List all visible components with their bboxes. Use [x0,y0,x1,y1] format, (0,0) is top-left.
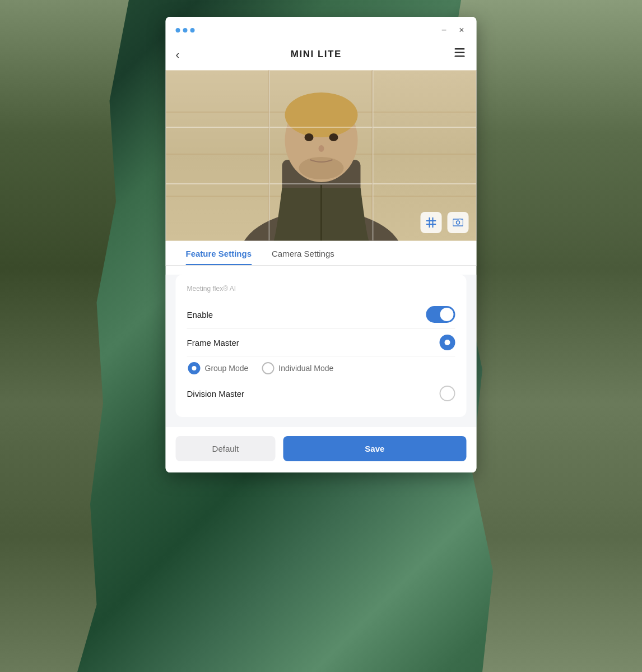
camera-controls [421,212,469,233]
toggle-slider [426,306,455,323]
default-button[interactable]: Default [176,436,276,461]
individual-mode-label: Individual Mode [278,364,333,373]
division-master-label: Division Master [187,389,245,398]
window-title: MINI LITE [291,49,342,60]
group-mode-radio[interactable] [188,362,201,374]
camera-icon [453,219,463,226]
app-window: − × ‹ MINI LITE [166,17,477,472]
grid-cell-6 [373,127,477,184]
group-mode-label: Group Mode [205,364,249,373]
menu-button[interactable] [453,46,467,62]
titlebar-controls: − × [439,25,467,36]
dot-2 [183,28,188,33]
frame-master-label: Frame Master [187,338,239,347]
division-master-toggle[interactable] [440,386,455,401]
settings-panel: Meeting flex® AI Enable Frame Master Gro… [166,275,477,427]
tab-camera-settings[interactable]: Camera Settings [262,241,345,265]
titlebar-dots [176,28,195,33]
grid-cell-8 [269,184,373,241]
nav-bar: ‹ MINI LITE [166,41,477,70]
grid-cell-1 [166,70,269,127]
grid-toggle-button[interactable] [421,212,442,233]
grid-icon [426,217,436,228]
group-mode-option[interactable]: Group Mode [188,362,249,374]
dot-1 [176,28,180,33]
close-button[interactable]: × [457,25,466,36]
grid-cell-4 [166,127,269,184]
svg-rect-1 [455,52,465,54]
grid-cell-5 [269,127,373,184]
individual-mode-option[interactable]: Individual Mode [262,362,333,374]
save-button[interactable]: Save [283,436,466,461]
division-master-row: Division Master [187,380,455,407]
camera-switch-button[interactable] [448,212,469,233]
grid-cell-2 [269,70,373,127]
enable-label: Enable [187,310,213,319]
camera-preview [166,70,477,241]
footer: Default Save [166,427,477,472]
grid-cell-3 [373,70,477,127]
individual-mode-radio[interactable] [262,362,274,374]
grid-cell-7 [166,184,269,241]
back-button[interactable]: ‹ [176,49,180,60]
enable-toggle[interactable] [426,306,455,323]
section-label: Meeting flex® AI [187,285,455,293]
settings-card: Meeting flex® AI Enable Frame Master Gro… [176,275,467,417]
frame-master-row: Frame Master [187,328,455,356]
menu-icon [453,46,467,59]
titlebar: − × [166,17,477,41]
tabs: Feature Settings Camera Settings [166,241,477,266]
mode-group: Group Mode Individual Mode [187,356,455,380]
svg-point-20 [457,221,460,224]
tab-feature-settings[interactable]: Feature Settings [176,241,262,265]
enable-row: Enable [187,300,455,328]
dot-3 [190,28,195,33]
svg-rect-2 [455,55,465,57]
minimize-button[interactable]: − [439,25,449,36]
frame-master-toggle[interactable] [440,335,455,350]
svg-rect-3 [456,49,464,50]
